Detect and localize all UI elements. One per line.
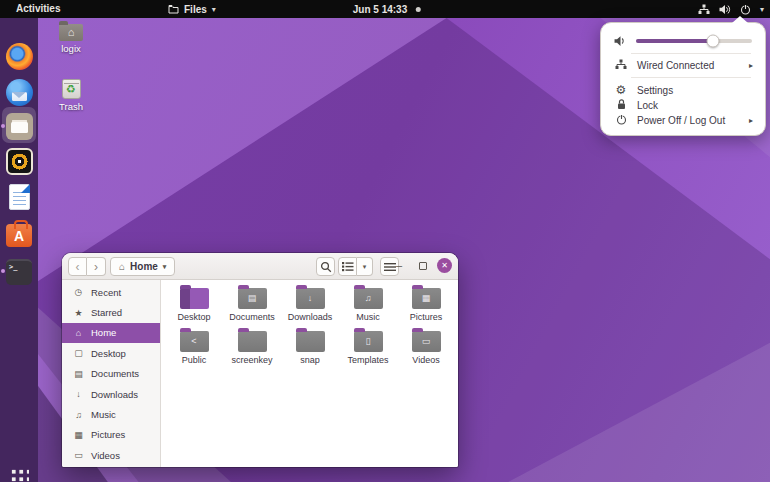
view-options-dropdown[interactable]: ▾ xyxy=(357,257,373,276)
file-name: Documents xyxy=(223,312,281,322)
view-toggle-group: ▾ xyxy=(338,257,373,276)
folder-icon: ▦ xyxy=(412,288,441,309)
maximize-button[interactable] xyxy=(419,262,427,270)
back-button[interactable]: ‹ xyxy=(68,257,87,276)
file-grid: Desktop ▤ Documents ↓ Downloads ♫ Music … xyxy=(161,280,458,467)
speaker-icon xyxy=(614,35,627,47)
trash-icon: ♻ xyxy=(62,79,81,99)
video-icon: ▭ xyxy=(73,450,84,460)
sidebar-item-label: Videos xyxy=(91,450,120,461)
minimize-button[interactable]: – xyxy=(392,256,406,275)
file-name: Public xyxy=(165,355,223,365)
ubuntu-desktop: Activities Files ▾ Jun 5 14:33 xyxy=(0,0,770,482)
forward-button[interactable]: › xyxy=(87,257,106,276)
path-bar-button[interactable]: ⌂ Home ▾ xyxy=(110,257,175,276)
file-item-screenkey[interactable]: screenkey xyxy=(223,328,281,371)
home-icon: ⌂ xyxy=(73,328,84,338)
desktop-icon-label: logix xyxy=(47,43,95,54)
file-item-snap[interactable]: snap xyxy=(281,328,339,371)
file-item-desktop[interactable]: Desktop xyxy=(165,285,223,328)
app-menu-button[interactable]: Files ▾ xyxy=(168,0,216,18)
file-name: Templates xyxy=(339,355,397,365)
file-item-downloads[interactable]: ↓ Downloads xyxy=(281,285,339,328)
folder-icon: ▯ xyxy=(354,331,383,352)
sidebar-item-desktop[interactable]: ▢ Desktop xyxy=(62,343,160,363)
menu-item-power-off-log-out[interactable]: Power Off / Log Out ▸ xyxy=(614,112,757,128)
sidebar-item-pictures[interactable]: ▦ Pictures xyxy=(62,425,160,445)
dock-item-rhythmbox[interactable] xyxy=(5,147,33,175)
popover-pointer xyxy=(732,16,748,23)
home-icon: ⌂ xyxy=(68,27,75,38)
home-folder-icon: ⌂ xyxy=(59,24,83,41)
file-item-videos[interactable]: ▭ Videos xyxy=(397,328,455,371)
sidebar-item-starred[interactable]: ★ Starred xyxy=(62,302,160,322)
sidebar-item-downloads[interactable]: ↓ Downloads xyxy=(62,384,160,404)
dock-item-firefox[interactable] xyxy=(5,42,33,70)
desktop-icon-trash[interactable]: ♻ Trash xyxy=(47,79,95,112)
file-item-pictures[interactable]: ▦ Pictures xyxy=(397,285,455,328)
file-item-templates[interactable]: ▯ Templates xyxy=(339,328,397,371)
volume-slider-handle[interactable] xyxy=(706,35,719,48)
power-icon xyxy=(614,114,628,127)
file-name: Videos xyxy=(397,355,455,365)
menu-item-settings[interactable]: ⚙ Settings xyxy=(614,82,757,98)
sidebar-item-home[interactable]: ⌂ Home xyxy=(62,323,160,343)
sidebar-item-label: Pictures xyxy=(91,429,125,440)
template-emblem-icon: ▯ xyxy=(366,337,371,346)
dock-item-files[interactable] xyxy=(5,112,33,140)
desktop-icon-logix[interactable]: ⌂ logix xyxy=(47,20,95,54)
dock-item-terminal[interactable]: >_ xyxy=(5,258,33,286)
sidebar-item-label: Recent xyxy=(91,287,121,298)
menu-separator xyxy=(631,77,751,78)
volume-slider[interactable] xyxy=(636,39,752,43)
show-applications-button[interactable] xyxy=(5,463,33,482)
activities-button[interactable]: Activities xyxy=(12,0,64,18)
document-emblem-icon: ▤ xyxy=(248,294,257,303)
menu-item-wired-connected[interactable]: Wired Connected ▸ xyxy=(614,57,757,73)
window-titlebar[interactable]: ‹ › ⌂ Home ▾ xyxy=(62,253,458,280)
folder-icon xyxy=(238,331,267,352)
folder-icon xyxy=(296,331,325,352)
submenu-arrow-icon: ▸ xyxy=(749,61,757,70)
file-item-music[interactable]: ♫ Music xyxy=(339,285,397,328)
chevron-down-icon: ▾ xyxy=(760,5,764,14)
clock-button[interactable]: Jun 5 14:33 xyxy=(353,0,421,18)
system-indicators[interactable]: ▾ xyxy=(698,0,764,18)
list-view-icon xyxy=(342,261,354,272)
libreoffice-writer-icon xyxy=(9,184,30,210)
current-location-label: Home xyxy=(130,261,158,272)
menu-item-label: Power Off / Log Out xyxy=(637,115,725,126)
folder-icon: ♫ xyxy=(354,288,383,309)
recycle-icon: ♻ xyxy=(66,84,76,95)
show-applications-icon xyxy=(9,467,29,482)
window-body: ◷ Recent ★ Starred ⌂ Home ▢ Desktop ▤ xyxy=(62,280,458,467)
folder-icon: ▤ xyxy=(238,288,267,309)
list-view-button[interactable] xyxy=(338,257,357,276)
sidebar-item-documents[interactable]: ▤ Documents xyxy=(62,364,160,384)
folder-icon: ↓ xyxy=(296,288,325,309)
firefox-icon xyxy=(6,43,33,70)
display-icon: ▢ xyxy=(73,348,84,358)
search-button[interactable] xyxy=(316,257,335,276)
sidebar-item-music[interactable]: ♫ Music xyxy=(62,404,160,424)
clock-label: Jun 5 14:33 xyxy=(353,4,407,15)
sidebar-item-recent[interactable]: ◷ Recent xyxy=(62,282,160,302)
file-item-public[interactable]: < Public xyxy=(165,328,223,371)
sidebar-item-videos[interactable]: ▭ Videos xyxy=(62,445,160,465)
clock-icon: ◷ xyxy=(73,287,84,297)
share-emblem-icon: < xyxy=(191,337,196,346)
sidebar-item-label: Starred xyxy=(91,307,122,318)
menu-item-lock[interactable]: Lock xyxy=(614,97,757,113)
menu-separator xyxy=(631,53,751,54)
dock-item-ubuntu-software[interactable]: A xyxy=(5,220,33,248)
dock-item-thunderbird[interactable] xyxy=(5,78,33,106)
picture-emblem-icon: ▦ xyxy=(422,294,431,303)
dock-item-libreoffice-writer[interactable] xyxy=(5,183,33,211)
home-icon: ⌂ xyxy=(119,261,125,272)
terminal-icon: >_ xyxy=(6,259,32,285)
close-button[interactable]: ✕ xyxy=(437,258,452,273)
music-icon: ♫ xyxy=(73,410,84,420)
file-name: Pictures xyxy=(397,312,455,322)
file-item-documents[interactable]: ▤ Documents xyxy=(223,285,281,328)
file-name: Music xyxy=(339,312,397,322)
